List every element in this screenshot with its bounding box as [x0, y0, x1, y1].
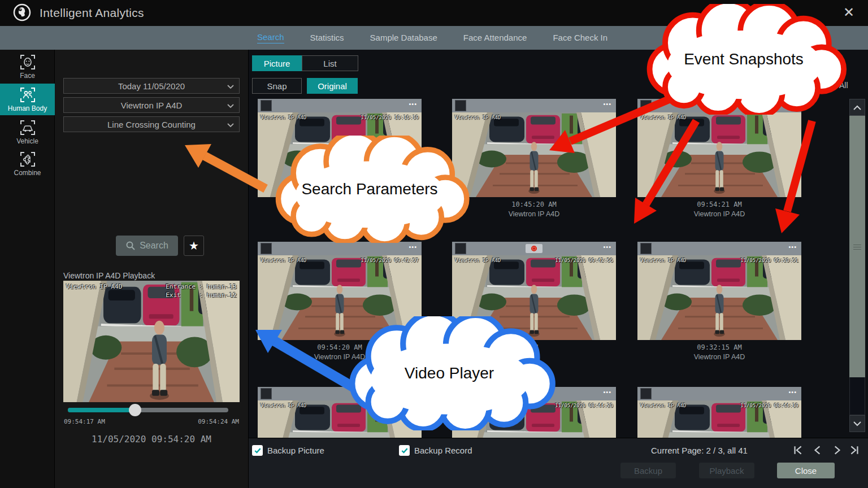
snapshot-time: 09:54:21 AM [637, 200, 801, 210]
event-type-dropdown-value: Line Crossing Counting [107, 120, 196, 129]
tab-face-attendance[interactable]: Face Attendance [463, 33, 527, 43]
snapshot-time: 09:32:15 AM [637, 343, 801, 352]
snapshot-cell[interactable]: ••• 11/05/2020 08:44:20 [452, 387, 616, 438]
image-toggle-snap[interactable]: Snap [252, 78, 302, 94]
snapshot-checkbox[interactable] [455, 100, 466, 111]
more-options-icon[interactable]: ••• [788, 243, 797, 250]
close-window-icon[interactable]: ✕ [843, 5, 854, 20]
backup-picture-checkbox[interactable]: Backup Picture [252, 445, 324, 456]
sidebar-item-face[interactable]: Face [0, 51, 55, 82]
video-player[interactable]: Viewtron IP A4D Entrance : human-13 Exit… [63, 281, 240, 402]
snapshot-checkbox[interactable] [455, 388, 466, 399]
snapshot-cell[interactable]: ••• Viewtron IP A4D 11/05/2020 08:44:19 [637, 387, 801, 438]
snapshot-header: ••• [637, 99, 801, 112]
sidebar-item-human-body[interactable]: Human Body [0, 84, 55, 115]
playback-button[interactable]: Playback [699, 463, 754, 478]
sidebar-item-label: Face [20, 72, 35, 80]
scrollbar-thumb[interactable] [849, 116, 865, 377]
first-page-icon[interactable] [791, 445, 804, 456]
snapshot-checkbox[interactable] [640, 100, 652, 111]
sidebar-item-label: Vehicle [16, 137, 38, 145]
playback-end-time: 09:54:24 AM [198, 418, 239, 425]
snapshot-image[interactable]: Viewtron IP A4D [637, 112, 801, 197]
more-options-icon[interactable]: ••• [603, 389, 611, 395]
person-figure [145, 320, 174, 400]
sidebar-item-vehicle[interactable]: Vehicle [0, 116, 55, 148]
previous-page-icon[interactable] [811, 445, 824, 456]
chevron-down-icon [227, 104, 234, 108]
more-options-icon[interactable]: ••• [409, 243, 417, 250]
snapshot-image[interactable]: Viewtron IP A4D [258, 400, 422, 438]
snapshot-checkbox[interactable] [261, 243, 272, 254]
snapshot-image[interactable]: Viewtron IP A4D [452, 112, 616, 197]
person-figure [526, 141, 542, 194]
snapshot-camera: Viewtron IP A4D [258, 352, 422, 362]
snapshot-cell[interactable]: ••• Viewtron IP A4D 09:54:21 AMViewtron … [637, 99, 801, 219]
checkbox-checked-icon [252, 445, 263, 456]
more-options-icon[interactable]: ••• [409, 101, 417, 107]
camera-dropdown[interactable]: Viewtron IP A4D [63, 97, 240, 113]
snapshot-checkbox[interactable] [640, 243, 652, 254]
view-toggle-picture[interactable]: Picture [252, 55, 302, 71]
snapshot-time: AM [452, 343, 616, 352]
person-figure [526, 284, 542, 337]
last-page-icon[interactable] [849, 445, 861, 456]
intelligent-analytics-window: Intelligent Analytics ✕ Search Statistic… [0, 0, 868, 488]
snapshot-image[interactable]: Viewtron IP A4D 11/05/2020 10:16:19 [258, 112, 422, 197]
overlay-camera: Viewtron IP A4D [261, 258, 306, 263]
snapshot-cell[interactable]: ••• Viewtron IP A4D 11/05/2020 09:20:51 … [637, 242, 801, 362]
backup-picture-label: Backup Picture [267, 446, 324, 455]
backup-button[interactable]: Backup [620, 463, 676, 478]
sidebar-item-combine[interactable]: Combine [0, 148, 55, 180]
close-button[interactable]: Close [777, 463, 835, 478]
search-icon [125, 241, 136, 251]
player-overlay-exit: Exit : human-12 [166, 291, 237, 299]
tab-face-check-in[interactable]: Face Check In [553, 33, 607, 43]
backup-record-checkbox[interactable]: Backup Record [399, 445, 472, 456]
tab-search[interactable]: Search [257, 32, 284, 43]
playback-slider[interactable] [68, 408, 228, 412]
footer-bar: Backup Picture Backup Record Current Pag… [249, 438, 868, 488]
next-page-icon[interactable] [831, 445, 843, 456]
checkbox-checked-icon [399, 445, 410, 456]
view-toggle-list[interactable]: List [302, 55, 358, 71]
snapshot-image[interactable]: Viewtron IP A4D 11/05/2020 09:42:56 [452, 255, 616, 340]
snapshot-checkbox[interactable] [455, 243, 466, 254]
slider-thumb[interactable] [129, 404, 141, 416]
snapshot-cell[interactable]: ••• Viewtron IP A4D 11/05/2020 09:42:57 … [258, 242, 422, 362]
tab-sample-database[interactable]: Sample Database [370, 33, 437, 43]
search-button[interactable]: Search [116, 236, 178, 256]
snapshot-cell[interactable]: ••• Viewtron IP A4D [258, 387, 422, 438]
snapshot-header: ••• [258, 387, 422, 400]
snapshot-cell[interactable]: ••• Viewtron IP A4D 11/05/2020 09:42:56 … [452, 242, 616, 362]
tab-statistics[interactable]: Statistics [310, 33, 344, 43]
more-options-icon[interactable]: ••• [788, 101, 797, 107]
select-all-label[interactable]: All [839, 81, 848, 90]
snapshot-image[interactable]: 11/05/2020 08:44:20 [452, 400, 616, 438]
more-options-icon[interactable]: ••• [409, 389, 417, 395]
snapshot-cell[interactable]: ••• Viewtron IP A4D 10:45:20 AMViewtron … [452, 99, 616, 219]
snapshot-image[interactable]: Viewtron IP A4D 11/05/2020 08:44:19 [637, 400, 801, 438]
event-type-dropdown[interactable]: Line Crossing Counting [63, 116, 240, 132]
snapshot-cell[interactable]: ••• Viewtron IP A4D 11/05/2020 10:16:19 [258, 99, 422, 200]
chevron-down-icon [227, 85, 234, 89]
scroll-down-button[interactable] [849, 415, 865, 432]
snapshot-checkbox[interactable] [640, 388, 652, 399]
snapshot-image[interactable]: Viewtron IP A4D 11/05/2020 09:20:51 [637, 255, 801, 340]
more-options-icon[interactable]: ••• [788, 389, 797, 395]
scroll-up-button[interactable] [849, 99, 865, 116]
snapshot-checkbox[interactable] [261, 100, 272, 111]
snapshot-checkbox[interactable] [261, 388, 272, 399]
more-options-icon[interactable]: ••• [603, 101, 611, 107]
sidebar-item-label: Combine [14, 169, 41, 177]
backup-record-label: Backup Record [414, 446, 472, 455]
snapshot-image[interactable]: Viewtron IP A4D 11/05/2020 09:42:57 [258, 255, 422, 340]
date-dropdown[interactable]: Today 11/05/2020 [63, 78, 240, 94]
image-toggle-original[interactable]: Original [307, 78, 358, 94]
person-figure [711, 284, 728, 337]
app-logo-icon [12, 3, 32, 22]
favorite-button[interactable]: ★ [184, 236, 204, 256]
date-dropdown-value: Today 11/05/2020 [118, 81, 185, 91]
more-options-icon[interactable]: ••• [603, 243, 611, 250]
overlay-timestamp: 11/05/2020 09:42:57 [361, 258, 419, 263]
